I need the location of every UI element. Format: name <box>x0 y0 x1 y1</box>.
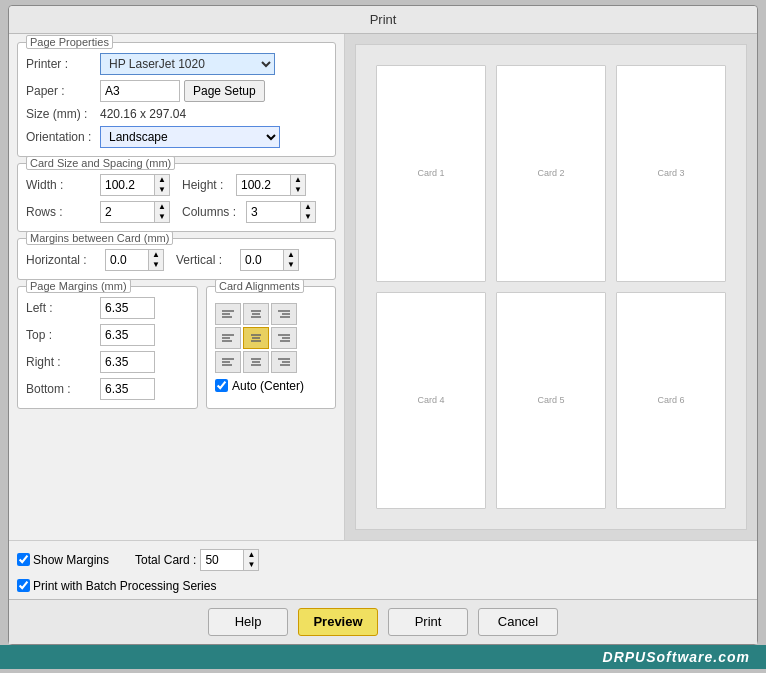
help-button[interactable]: Help <box>208 608 288 636</box>
top-label: Top : <box>26 328 96 342</box>
right-input[interactable] <box>100 351 155 373</box>
height-up-btn[interactable]: ▲ <box>291 175 305 185</box>
width-input[interactable] <box>100 174 155 196</box>
horizontal-down-btn[interactable]: ▼ <box>149 260 163 270</box>
width-down-btn[interactable]: ▼ <box>155 185 169 195</box>
bottom-label: Bottom : <box>26 382 96 396</box>
width-label: Width : <box>26 178 96 192</box>
columns-spinner-btns: ▲ ▼ <box>301 201 316 223</box>
print-button[interactable]: Print <box>388 608 468 636</box>
printer-row: Printer : HP LaserJet 1020 <box>26 53 327 75</box>
footer: Help Preview Print Cancel <box>9 599 757 644</box>
card-size-section: Card Size and Spacing (mm) Width : ▲ ▼ H… <box>17 163 336 232</box>
card-alignments-section: Card Alignments <box>206 286 336 409</box>
margins-between-card-label: Margins between Card (mm) <box>26 231 173 245</box>
bottom-row-1: Show Margins Total Card : ▲ ▼ <box>9 540 757 579</box>
horizontal-up-btn[interactable]: ▲ <box>149 250 163 260</box>
window-title: Print <box>9 6 757 34</box>
height-input[interactable] <box>236 174 291 196</box>
preview-button[interactable]: Preview <box>298 608 378 636</box>
rows-cols-row: Rows : ▲ ▼ Columns : ▲ ▼ <box>26 201 327 223</box>
horizontal-label: Horizontal : <box>26 253 101 267</box>
width-spinner-btns: ▲ ▼ <box>155 174 170 196</box>
auto-center-row: Auto (Center) <box>215 379 327 393</box>
page-margins-section: Page Margins (mm) Left : Top : Right : <box>17 286 198 409</box>
orientation-row: Orientation : Portrait Landscape <box>26 126 327 148</box>
top-row: Top : <box>26 324 189 346</box>
vertical-input[interactable] <box>240 249 284 271</box>
vertical-label: Vertical : <box>176 253 236 267</box>
width-up-btn[interactable]: ▲ <box>155 175 169 185</box>
top-input[interactable] <box>100 324 155 346</box>
card-preview-3: Card 3 <box>616 65 726 282</box>
align-mid-right[interactable] <box>271 327 297 349</box>
rows-input[interactable] <box>100 201 155 223</box>
paper-input[interactable] <box>100 80 180 102</box>
align-bot-right[interactable] <box>271 351 297 373</box>
batch-row: Print with Batch Processing Series <box>9 579 757 599</box>
rows-spinner-btns: ▲ ▼ <box>155 201 170 223</box>
right-panel: Card 1 Card 2 Card 3 Card 4 Card 5 Card … <box>344 34 757 540</box>
columns-input[interactable] <box>246 201 301 223</box>
horizontal-spinner-btns: ▲ ▼ <box>149 249 164 271</box>
printer-label: Printer : <box>26 57 96 71</box>
horizontal-input[interactable] <box>105 249 149 271</box>
left-panel: Page Properties Printer : HP LaserJet 10… <box>9 34 344 540</box>
vertical-spinner-btns: ▲ ▼ <box>284 249 299 271</box>
card-size-label: Card Size and Spacing (mm) <box>26 156 175 170</box>
width-spinner: ▲ ▼ <box>100 174 170 196</box>
rows-up-btn[interactable]: ▲ <box>155 202 169 212</box>
page-setup-button[interactable]: Page Setup <box>184 80 265 102</box>
card-preview-6: Card 6 <box>616 292 726 509</box>
branding-text: DRPUSoftware.com <box>603 649 750 665</box>
orientation-label: Orientation : <box>26 130 96 144</box>
total-card-row: Total Card : ▲ ▼ <box>135 549 259 571</box>
columns-up-btn[interactable]: ▲ <box>301 202 315 212</box>
show-margins-checkbox[interactable] <box>17 553 30 566</box>
height-spinner-btns: ▲ ▼ <box>291 174 306 196</box>
width-height-row: Width : ▲ ▼ Height : ▲ ▼ <box>26 174 327 196</box>
height-down-btn[interactable]: ▼ <box>291 185 305 195</box>
left-input[interactable] <box>100 297 155 319</box>
batch-processing-label: Print with Batch Processing Series <box>33 579 216 593</box>
size-value: 420.16 x 297.04 <box>100 107 186 121</box>
align-bot-center[interactable] <box>243 351 269 373</box>
align-top-right[interactable] <box>271 303 297 325</box>
align-top-center[interactable] <box>243 303 269 325</box>
columns-down-btn[interactable]: ▼ <box>301 212 315 222</box>
show-margins-text: Show Margins <box>33 553 109 567</box>
orientation-select[interactable]: Portrait Landscape <box>100 126 280 148</box>
cancel-button[interactable]: Cancel <box>478 608 558 636</box>
total-card-down-btn[interactable]: ▼ <box>244 560 258 570</box>
total-card-spinner: ▲ ▼ <box>200 549 259 571</box>
height-spinner: ▲ ▼ <box>236 174 306 196</box>
total-card-up-btn[interactable]: ▲ <box>244 550 258 560</box>
vertical-up-btn[interactable]: ▲ <box>284 250 298 260</box>
paper-label: Paper : <box>26 84 96 98</box>
size-label: Size (mm) : <box>26 107 96 121</box>
show-margins-label[interactable]: Show Margins <box>17 553 109 567</box>
paper-row: Paper : Page Setup <box>26 80 327 102</box>
branding-bar: DRPUSoftware.com <box>0 645 766 669</box>
batch-processing-checkbox[interactable] <box>17 579 30 592</box>
bottom-input[interactable] <box>100 378 155 400</box>
total-card-input[interactable] <box>200 549 244 571</box>
align-mid-left[interactable] <box>215 327 241 349</box>
card-preview-4: Card 4 <box>376 292 486 509</box>
rows-label: Rows : <box>26 205 96 219</box>
preview-area: Card 1 Card 2 Card 3 Card 4 Card 5 Card … <box>355 44 747 530</box>
align-bot-left[interactable] <box>215 351 241 373</box>
align-top-left[interactable] <box>215 303 241 325</box>
printer-select[interactable]: HP LaserJet 1020 <box>100 53 275 75</box>
rows-down-btn[interactable]: ▼ <box>155 212 169 222</box>
card-preview-5: Card 5 <box>496 292 606 509</box>
columns-label: Columns : <box>182 205 242 219</box>
auto-center-checkbox[interactable] <box>215 379 228 392</box>
horizontal-spinner: ▲ ▼ <box>105 249 164 271</box>
margins-alignments-wrapper: Page Margins (mm) Left : Top : Right : <box>17 286 336 409</box>
vertical-down-btn[interactable]: ▼ <box>284 260 298 270</box>
card-preview-2: Card 2 <box>496 65 606 282</box>
columns-spinner: ▲ ▼ <box>246 201 316 223</box>
vertical-spinner: ▲ ▼ <box>240 249 299 271</box>
align-mid-center[interactable] <box>243 327 269 349</box>
